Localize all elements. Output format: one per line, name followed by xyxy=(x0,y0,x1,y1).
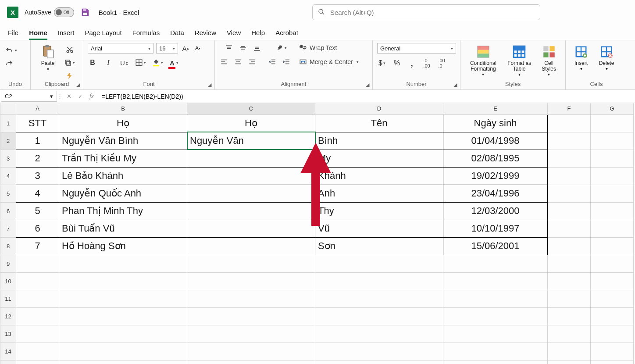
cell-styles-button[interactable]: Cell Styles▾ xyxy=(537,43,561,77)
cell-D7[interactable]: Vũ xyxy=(315,220,443,237)
cell-D13[interactable] xyxy=(315,325,443,343)
cell-B10[interactable] xyxy=(59,272,187,290)
row-header-15[interactable]: 15 xyxy=(0,360,16,364)
wrap-text-button[interactable]: ab Wrap Text xyxy=(299,43,337,53)
cell-E2[interactable]: 01/04/1998 xyxy=(443,132,548,150)
cell-E14[interactable] xyxy=(443,343,548,360)
underline-button[interactable]: U▾ xyxy=(119,58,129,68)
cell-F2[interactable] xyxy=(548,132,591,150)
cell-B11[interactable] xyxy=(59,290,187,307)
cell-A8[interactable]: 7 xyxy=(16,237,59,255)
cell-C15[interactable] xyxy=(187,360,315,364)
clipboard-launcher[interactable]: ◢ xyxy=(75,82,81,88)
cell-D2[interactable]: Bình xyxy=(315,132,443,150)
autosave-toggle[interactable]: AutoSave Off xyxy=(25,7,74,17)
cell-E11[interactable] xyxy=(443,290,548,307)
cell-F11[interactable] xyxy=(548,290,591,307)
cell-F8[interactable] xyxy=(548,237,591,255)
cell-C3[interactable] xyxy=(187,150,315,167)
cell-G5[interactable] xyxy=(591,185,634,202)
cell-G15[interactable] xyxy=(591,360,634,364)
cell-E9[interactable] xyxy=(443,255,548,272)
search-box[interactable] xyxy=(312,4,540,20)
cell-E5[interactable]: 23/04/1996 xyxy=(443,185,548,202)
cell-B7[interactable]: Bùi Tuấn Vũ xyxy=(59,220,187,237)
tab-insert[interactable]: Insert xyxy=(58,29,75,40)
increase-indent-button[interactable] xyxy=(282,57,291,67)
row-header-14[interactable]: 14 xyxy=(0,343,16,360)
cell-C5[interactable] xyxy=(187,185,315,202)
tab-review[interactable]: Review xyxy=(195,29,216,40)
cell-F1[interactable] xyxy=(548,114,591,132)
decrease-indent-button[interactable] xyxy=(268,57,277,67)
cell-D12[interactable] xyxy=(315,307,443,325)
conditional-formatting-button[interactable]: Conditional Formatting▾ xyxy=(465,43,502,77)
search-input[interactable] xyxy=(329,8,535,17)
cell-E13[interactable] xyxy=(443,325,548,343)
align-right-button[interactable] xyxy=(247,57,257,67)
cell-A6[interactable]: 5 xyxy=(16,202,59,220)
cell-A2[interactable]: 1 xyxy=(16,132,59,150)
cell-D11[interactable] xyxy=(315,290,443,307)
cell-E3[interactable]: 02/08/1995 xyxy=(443,150,548,167)
column-header-B[interactable]: B xyxy=(59,103,187,114)
cell-A14[interactable] xyxy=(16,343,59,360)
cell-B15[interactable] xyxy=(59,360,187,364)
align-center-button[interactable] xyxy=(233,57,243,67)
spreadsheet-grid[interactable]: ABCDEFG1STTHọHọTênNgày sinh21Nguyễn Văn … xyxy=(0,103,635,364)
cell-G3[interactable] xyxy=(591,150,634,167)
cell-F14[interactable] xyxy=(548,343,591,360)
cell-G6[interactable] xyxy=(591,202,634,220)
column-header-D[interactable]: D xyxy=(315,103,443,114)
cell-F9[interactable] xyxy=(548,255,591,272)
cell-F6[interactable] xyxy=(548,202,591,220)
cell-B12[interactable] xyxy=(59,307,187,325)
toggle-off-icon[interactable]: Off xyxy=(54,7,74,17)
column-header-F[interactable]: F xyxy=(548,103,591,114)
row-header-5[interactable]: 5 xyxy=(0,185,16,202)
cell-B1[interactable]: Họ xyxy=(59,114,187,132)
row-header-7[interactable]: 7 xyxy=(0,220,16,237)
cell-G8[interactable] xyxy=(591,237,634,255)
copy-button[interactable]: ▾ xyxy=(64,58,75,68)
accounting-format-button[interactable]: $▾ xyxy=(377,58,387,68)
cell-C14[interactable] xyxy=(187,343,315,360)
formula-input[interactable] xyxy=(99,90,635,103)
cell-C7[interactable] xyxy=(187,220,315,237)
format-as-table-button[interactable]: Format as Table▾ xyxy=(505,43,533,77)
cell-E6[interactable]: 12/03/2000 xyxy=(443,202,548,220)
cell-A10[interactable] xyxy=(16,272,59,290)
cell-B4[interactable]: Lê Bảo Khánh xyxy=(59,167,187,185)
borders-button[interactable]: ▾ xyxy=(135,58,146,68)
row-header-12[interactable]: 12 xyxy=(0,307,16,325)
increase-font-button[interactable]: A▴ xyxy=(181,43,190,53)
cell-G2[interactable] xyxy=(591,132,634,150)
cancel-formula-button[interactable]: ✕ xyxy=(64,92,74,101)
cell-F10[interactable] xyxy=(548,272,591,290)
bold-button[interactable]: B xyxy=(88,58,97,68)
merge-center-button[interactable]: Merge & Center ▾ xyxy=(299,57,359,67)
tab-data[interactable]: Data xyxy=(170,29,184,40)
cell-E8[interactable]: 15/06/2001 xyxy=(443,237,548,255)
delete-cells-button[interactable]: Delete▾ xyxy=(596,43,617,71)
font-size-combo[interactable]: 16▾ xyxy=(156,43,178,54)
accept-formula-button[interactable]: ✓ xyxy=(75,92,85,101)
tab-home[interactable]: Home xyxy=(29,29,47,40)
font-color-button[interactable]: A▾ xyxy=(169,58,179,68)
cell-A13[interactable] xyxy=(16,325,59,343)
tab-page-layout[interactable]: Page Layout xyxy=(85,29,121,40)
cell-A4[interactable]: 3 xyxy=(16,167,59,185)
cell-F15[interactable] xyxy=(548,360,591,364)
cell-F5[interactable] xyxy=(548,185,591,202)
cell-A1[interactable]: STT xyxy=(16,114,59,132)
cell-D3[interactable]: My xyxy=(315,150,443,167)
increase-decimal-button[interactable]: .0.00 xyxy=(422,58,432,68)
column-header-A[interactable]: A xyxy=(16,103,59,114)
cell-B5[interactable]: Nguyễn Quốc Anh xyxy=(59,185,187,202)
alignment-launcher[interactable]: ◢ xyxy=(364,82,371,88)
cell-G9[interactable] xyxy=(591,255,634,272)
save-icon[interactable] xyxy=(80,7,90,17)
cell-E15[interactable] xyxy=(443,360,548,364)
cell-C8[interactable] xyxy=(187,237,315,255)
row-header-2[interactable]: 2 xyxy=(0,132,16,150)
